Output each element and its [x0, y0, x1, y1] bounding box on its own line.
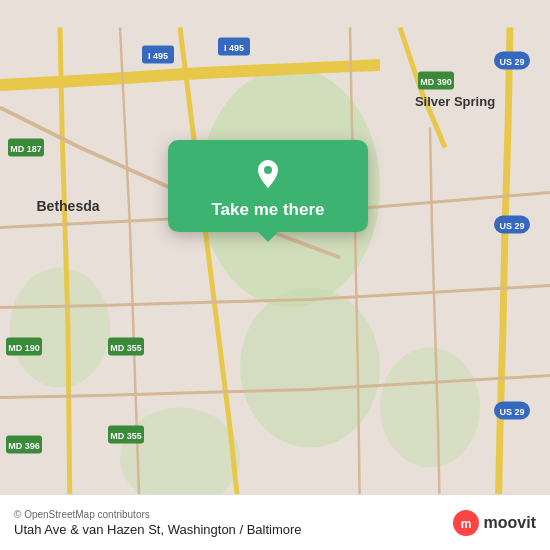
svg-text:MD 355: MD 355 — [110, 431, 142, 441]
svg-rect-10 — [494, 52, 530, 70]
moovit-logo: m moovit — [452, 509, 536, 537]
svg-text:US 29: US 29 — [499, 221, 524, 231]
svg-point-3 — [10, 268, 110, 388]
svg-rect-8 — [218, 38, 250, 56]
svg-point-31 — [264, 166, 272, 174]
svg-text:US 29: US 29 — [499, 57, 524, 67]
svg-text:MD 187: MD 187 — [10, 144, 42, 154]
location-info: © OpenStreetMap contributors Utah Ave & … — [14, 509, 302, 537]
svg-rect-18 — [8, 139, 44, 157]
map-container: I 495 I 495 US 29 US 29 US 29 MD 390 MD … — [0, 0, 550, 550]
svg-rect-22 — [108, 426, 144, 444]
bottom-bar: © OpenStreetMap contributors Utah Ave & … — [0, 494, 550, 550]
svg-text:I 495: I 495 — [224, 43, 244, 53]
svg-rect-12 — [494, 216, 530, 234]
svg-rect-26 — [6, 436, 42, 454]
svg-rect-14 — [494, 402, 530, 420]
svg-text:Bethesda: Bethesda — [36, 198, 99, 214]
svg-rect-6 — [142, 46, 174, 64]
svg-text:MD 355: MD 355 — [110, 343, 142, 353]
svg-rect-24 — [6, 338, 42, 356]
moovit-icon: m — [452, 509, 480, 537]
moovit-brand-text: moovit — [484, 514, 536, 532]
svg-point-5 — [380, 348, 480, 468]
svg-text:US 29: US 29 — [499, 407, 524, 417]
svg-text:MD 390: MD 390 — [420, 77, 452, 87]
take-me-there-button[interactable]: Take me there — [201, 200, 334, 220]
svg-text:I 495: I 495 — [148, 51, 168, 61]
take-me-there-popup[interactable]: Take me there — [168, 140, 368, 232]
location-pin-icon — [250, 156, 286, 192]
svg-rect-20 — [108, 338, 144, 356]
location-label: Utah Ave & van Hazen St, Washington / Ba… — [14, 522, 302, 537]
svg-point-2 — [240, 288, 380, 448]
svg-rect-0 — [0, 28, 550, 523]
svg-text:Silver Spring: Silver Spring — [415, 94, 495, 109]
svg-rect-16 — [418, 72, 454, 90]
copyright-text: © OpenStreetMap contributors — [14, 509, 302, 520]
svg-text:m: m — [460, 517, 471, 531]
svg-point-4 — [120, 408, 240, 508]
svg-text:MD 396: MD 396 — [8, 441, 40, 451]
svg-text:MD 190: MD 190 — [8, 343, 40, 353]
